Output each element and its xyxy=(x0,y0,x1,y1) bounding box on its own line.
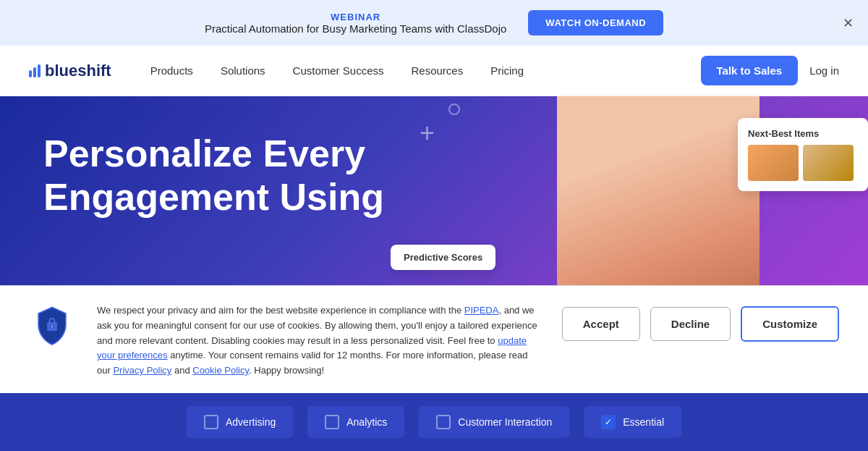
circle-icon xyxy=(448,104,460,115)
nav-pricing[interactable]: Pricing xyxy=(480,59,534,83)
cookie-text: We respect your privacy and aim for the … xyxy=(97,303,540,313)
banner-text: Practical Automation for Busy Marketing … xyxy=(205,22,506,35)
pipeda-link[interactable]: PIPEDA xyxy=(464,305,499,313)
cookie-text-main: We respect your privacy and aim for the … xyxy=(97,305,464,313)
nav-solutions[interactable]: Solutions xyxy=(210,59,276,83)
banner-close-button[interactable]: ✕ xyxy=(843,15,854,31)
logo-bar-3 xyxy=(38,64,41,77)
cookie-banner: We respect your privacy and aim for the … xyxy=(0,285,868,313)
watch-on-demand-button[interactable]: WATCH ON-DEMAND xyxy=(528,10,663,35)
hero-text: Personalize Every Engagement Using xyxy=(43,132,825,219)
top-banner: WEBINAR Practical Automation for Busy Ma… xyxy=(0,0,868,46)
cookie-shield-icon xyxy=(29,303,75,313)
nav-links: Products Solutions Customer Success Reso… xyxy=(140,59,701,83)
logo[interactable]: blueshift xyxy=(29,62,111,80)
predictive-scores-label: Predictive Scores xyxy=(404,252,482,263)
shield-svg xyxy=(30,305,74,313)
logo-bar-2 xyxy=(33,67,36,77)
nav-actions: Talk to Sales Log in xyxy=(701,56,839,85)
main-nav: blueshift Products Solutions Customer Su… xyxy=(0,46,868,96)
cookie-overlay: We respect your privacy and aim for the … xyxy=(0,285,868,313)
hero-section: Personalize Every Engagement Using + Pre… xyxy=(0,96,868,313)
accept-button[interactable]: Accept xyxy=(562,307,640,313)
hero-title-line1: Personalize Every xyxy=(43,132,825,176)
hero-title-line2: Engagement Using xyxy=(43,176,825,219)
banner-webinar-label: WEBINAR xyxy=(205,12,506,22)
nav-products[interactable]: Products xyxy=(140,59,203,83)
decline-button[interactable]: Decline xyxy=(650,307,731,313)
nav-resources[interactable]: Resources xyxy=(401,59,473,83)
cookie-buttons: Accept Decline Customize xyxy=(562,306,839,313)
login-link[interactable]: Log in xyxy=(809,64,839,77)
logo-text: blueshift xyxy=(45,62,111,80)
hero-title: Personalize Every Engagement Using xyxy=(43,132,825,219)
talk-to-sales-button[interactable]: Talk to Sales xyxy=(701,56,799,85)
banner-content: WEBINAR Practical Automation for Busy Ma… xyxy=(205,12,506,35)
logo-icon xyxy=(29,64,41,77)
nav-customer-success[interactable]: Customer Success xyxy=(283,59,394,83)
customize-button[interactable]: Customize xyxy=(741,306,839,313)
logo-bar-1 xyxy=(29,70,32,77)
predictive-scores-card: Predictive Scores xyxy=(391,245,495,270)
